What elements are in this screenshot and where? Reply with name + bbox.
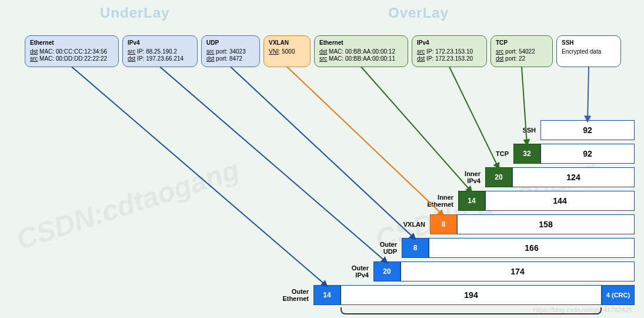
stack-row: InnerIPv420124 bbox=[246, 167, 635, 187]
stack-row: TCP3292 bbox=[246, 144, 635, 164]
brace-bracket bbox=[341, 307, 602, 314]
header-row: Ethernetdst MAC: 00:CC:CC:12:34:56src MA… bbox=[25, 35, 637, 67]
header-title: TCP bbox=[496, 39, 548, 47]
stack-row-label: TCP bbox=[478, 150, 513, 157]
section-title-underlay: UnderLay bbox=[100, 5, 170, 21]
header-line: dst MAC: 00:CC:CC:12:34:56 bbox=[30, 48, 114, 56]
header-outer_udp: UDPsrc port: 34023dst port: 8472 bbox=[201, 35, 260, 67]
header-tcp: TCPsrc port: 54022dst port: 22 bbox=[490, 35, 553, 67]
stack-header-size: 20 bbox=[485, 167, 512, 187]
stack-row-label: InnerIPv4 bbox=[450, 170, 485, 184]
stack-header-size: 8 bbox=[430, 214, 457, 234]
stack-header-size: 14 bbox=[458, 191, 485, 211]
stack-payload-size: 158 bbox=[457, 214, 635, 234]
header-title: IPv4 bbox=[417, 39, 482, 47]
stack-header-size: 8 bbox=[402, 238, 429, 258]
stack-row-label: OuterIPv4 bbox=[338, 264, 373, 279]
header-inner_ipv4: IPv4src IP: 172.23.153.10dst IP: 172.23.… bbox=[412, 35, 487, 67]
stack-row: OuterEthernet141944 (CRC) bbox=[246, 285, 635, 305]
header-line: src MAC: 00:BB:AA:00:00:11 bbox=[319, 55, 403, 63]
header-title: Ethernet bbox=[30, 39, 114, 47]
stack-payload-size: 124 bbox=[512, 167, 635, 187]
header-title: SSH bbox=[562, 39, 616, 47]
stack-crc: 4 (CRC) bbox=[602, 285, 635, 305]
stack-header-size: 32 bbox=[513, 144, 540, 164]
header-line: Encrypted data bbox=[562, 48, 616, 56]
stack-payload-size: 194 bbox=[341, 285, 602, 305]
stack-header-size: 14 bbox=[313, 285, 341, 305]
header-ssh: SSHEncrypted data bbox=[556, 35, 621, 67]
header-outer_ipv4: IPv4src IP: 88.25.190.2dst IP: 197.23.66… bbox=[122, 35, 198, 67]
stack-row-label: OuterEthernet bbox=[278, 288, 313, 302]
stack-row-label: InnerEthernet bbox=[423, 194, 458, 208]
stack-payload-size: 92 bbox=[540, 144, 635, 164]
header-line: dst IP: 172.23.153.20 bbox=[417, 55, 482, 63]
stack-payload-size: 144 bbox=[485, 191, 635, 211]
watermark: CSDN:cdtaogang bbox=[12, 153, 243, 256]
header-line: dst port: 22 bbox=[496, 55, 548, 63]
header-line: dst IP: 197.23.66.214 bbox=[128, 55, 192, 63]
stack-payload-size: 92 bbox=[540, 120, 635, 140]
stack-payload-size: 174 bbox=[401, 261, 635, 281]
stack-header-size: 20 bbox=[373, 261, 401, 281]
header-line: src port: 34023 bbox=[206, 48, 255, 56]
packet-stack: SSH92TCP3292InnerIPv420124InnerEthernet1… bbox=[246, 117, 635, 305]
header-vxlan: VXLANVNI: 5000 bbox=[263, 35, 311, 67]
stack-row: OuterUDP8166 bbox=[246, 238, 635, 258]
header-line: src MAC: 00:DD:DD:22:22:22 bbox=[30, 55, 114, 63]
stack-row-label: VXLAN bbox=[395, 221, 430, 228]
header-outer_eth: Ethernetdst MAC: 00:CC:CC:12:34:56src MA… bbox=[25, 35, 119, 67]
header-inner_eth: Ethernetdst MAC: 00:BB:AA:00:00:12src MA… bbox=[314, 35, 408, 67]
header-title: VXLAN bbox=[269, 39, 305, 47]
header-line: src IP: 88.25.190.2 bbox=[128, 48, 192, 56]
stack-row-label: SSH bbox=[505, 127, 540, 134]
stack-row-label: OuterUDP bbox=[366, 241, 402, 255]
stack-row: VXLAN8158 bbox=[246, 214, 635, 234]
header-line: dst port: 8472 bbox=[206, 55, 255, 63]
header-line: dst MAC: 00:BB:AA:00:00:12 bbox=[319, 48, 403, 56]
section-title-overlay: OverLay bbox=[388, 5, 449, 21]
header-line: src IP: 172.23.153.10 bbox=[417, 48, 482, 56]
arrow bbox=[588, 67, 589, 122]
header-title: Ethernet bbox=[319, 39, 403, 47]
stack-row: SSH92 bbox=[246, 120, 635, 140]
header-title: IPv4 bbox=[128, 39, 192, 47]
stack-row: InnerEthernet14144 bbox=[246, 191, 635, 211]
header-line: src port: 54022 bbox=[496, 48, 548, 56]
stack-row: OuterIPv420174 bbox=[246, 261, 635, 281]
stack-payload-size: 166 bbox=[429, 238, 635, 258]
header-title: UDP bbox=[206, 39, 255, 47]
header-line: VNI: 5000 bbox=[269, 48, 305, 56]
